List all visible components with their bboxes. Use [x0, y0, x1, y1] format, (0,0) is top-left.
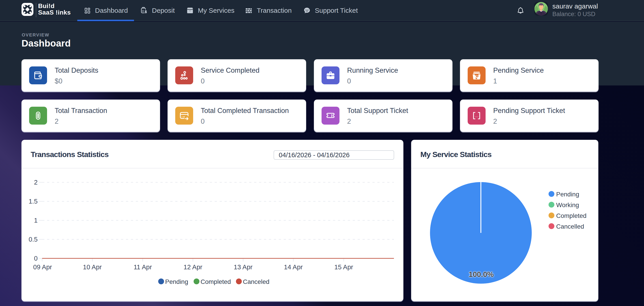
svg-text:Pending: Pending: [165, 278, 188, 285]
svg-text:14 Apr: 14 Apr: [284, 264, 303, 271]
svg-text:10 Apr: 10 Apr: [83, 264, 102, 271]
svg-text:Working: Working: [556, 201, 579, 208]
svg-text:1: 1: [34, 217, 38, 224]
svg-text:0.5: 0.5: [29, 236, 38, 243]
svg-text:12 Apr: 12 Apr: [184, 264, 202, 271]
svg-text:15 Apr: 15 Apr: [334, 264, 353, 271]
svg-text:0: 0: [34, 255, 38, 262]
svg-text:Pending: Pending: [556, 191, 579, 198]
svg-text:Canceled: Canceled: [243, 278, 269, 285]
svg-text:11 Apr: 11 Apr: [134, 264, 152, 271]
svg-text:2: 2: [34, 179, 38, 186]
svg-text:09 Apr: 09 Apr: [33, 264, 52, 271]
svg-text:13 Apr: 13 Apr: [234, 264, 252, 271]
svg-text:Cancelled: Cancelled: [556, 223, 584, 230]
svg-text:Completed: Completed: [556, 212, 586, 219]
svg-text:Completed: Completed: [200, 278, 231, 285]
svg-text:1.5: 1.5: [29, 198, 38, 205]
